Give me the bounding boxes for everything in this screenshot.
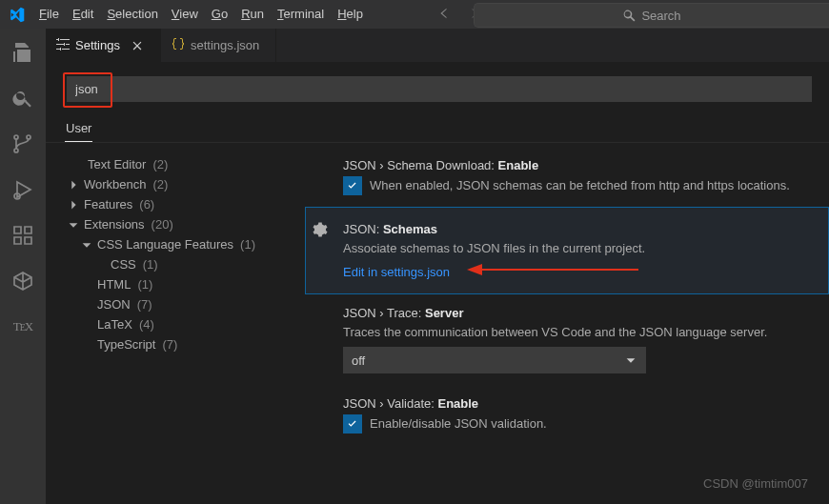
title-search-box[interactable]: Search	[474, 3, 829, 28]
chevron-right-icon	[67, 178, 80, 192]
tab-settings[interactable]: Settings	[46, 29, 161, 62]
chevron-right-icon	[67, 198, 80, 212]
setting-desc: When enabled, JSON schemas can be fetche…	[370, 177, 790, 194]
activity-remote-icon[interactable]	[0, 265, 46, 297]
menu-go[interactable]: Go	[205, 0, 234, 29]
menu-help[interactable]: Help	[331, 0, 370, 29]
checkbox[interactable]	[343, 414, 362, 433]
menu-terminal[interactable]: Terminal	[271, 0, 331, 29]
settings-search-row	[46, 62, 829, 113]
toc-html[interactable]: HTML (1)	[46, 274, 305, 294]
activity-scm-icon[interactable]	[0, 128, 46, 160]
title-bar: File Edit Selection View Go Run Terminal…	[0, 0, 829, 29]
scope-tab-user[interactable]: User	[65, 113, 92, 142]
activity-latex-icon[interactable]: TEX	[0, 311, 46, 343]
menu-selection[interactable]: Selection	[100, 0, 164, 29]
gear-icon[interactable]	[313, 222, 328, 240]
sliders-icon	[55, 36, 71, 54]
select-value: off	[352, 353, 365, 368]
menu-edit[interactable]: Edit	[66, 0, 100, 29]
braces-icon	[171, 36, 186, 54]
setting-desc: Enable/disable JSON validation.	[370, 415, 547, 433]
menu-run[interactable]: Run	[234, 0, 271, 29]
tab-label: settings.json	[191, 38, 259, 52]
activity-search-icon[interactable]	[0, 82, 46, 114]
checkbox[interactable]	[343, 176, 362, 195]
toc-extensions[interactable]: Extensions (20)	[46, 214, 305, 234]
activity-debug-icon[interactable]	[0, 173, 46, 206]
menu-bar: File Edit Selection View Go Run Terminal…	[32, 0, 370, 29]
setting-json-schema-download: JSON › Schema Download: Enable When enab…	[305, 147, 829, 207]
setting-json-trace: JSON › Trace: Server Traces the communic…	[305, 294, 829, 385]
check-icon	[346, 179, 359, 192]
toc-text-editor[interactable]: Text Editor (2)	[46, 154, 305, 174]
setting-title: JSON › Validate: Enable	[343, 396, 810, 411]
settings-search-field[interactable]	[73, 81, 125, 97]
settings-search-input[interactable]	[67, 76, 812, 102]
toc-css[interactable]: CSS (1)	[46, 254, 305, 274]
tab-settings-json[interactable]: settings.json	[161, 29, 276, 62]
editor-tabs: Settings settings.json	[46, 29, 829, 62]
toc-typescript[interactable]: TypeScript (7)	[46, 334, 305, 354]
setting-title: JSON › Trace: Server	[343, 306, 810, 320]
toc-features[interactable]: Features (6)	[46, 194, 305, 214]
settings-details: JSON › Schema Download: Enable When enab…	[305, 143, 829, 504]
title-search-placeholder: Search	[641, 9, 680, 23]
app-logo	[0, 0, 32, 29]
close-icon[interactable]	[130, 38, 145, 53]
menu-view[interactable]: View	[165, 0, 205, 29]
toc-latex[interactable]: LaTeX (4)	[46, 314, 305, 334]
activity-bar: TEX	[0, 29, 46, 504]
toc-json[interactable]: JSON (7)	[46, 294, 305, 314]
toc-workbench[interactable]: Workbench (2)	[46, 174, 305, 194]
setting-desc: Traces the communication between VS Code…	[343, 324, 810, 341]
settings-scope-tabs: User	[46, 113, 829, 143]
trace-select[interactable]: off	[343, 347, 646, 373]
check-icon	[346, 417, 359, 431]
setting-desc: Associate schemas to JSON files in the c…	[343, 240, 810, 257]
toc-css-lang[interactable]: CSS Language Features (1)	[46, 234, 305, 254]
watermark: CSDN @timtim007	[703, 476, 808, 491]
chevron-down-icon	[624, 353, 637, 367]
search-icon	[622, 9, 636, 22]
settings-toc: Text Editor (2) Workbench (2) Features (…	[46, 143, 305, 504]
activity-extensions-icon[interactable]	[0, 219, 46, 252]
activity-explorer-icon[interactable]	[0, 36, 46, 69]
tab-label: Settings	[75, 38, 120, 52]
menu-file[interactable]: File	[32, 0, 66, 29]
setting-json-validate: JSON › Validate: Enable Enable/disable J…	[305, 385, 829, 445]
nav-back-icon[interactable]	[436, 7, 450, 23]
setting-title: JSON › Schema Download: Enable	[343, 158, 810, 172]
edit-in-settings-json-link[interactable]: Edit in settings.json	[343, 265, 450, 279]
setting-title: JSON: Schemas	[343, 222, 810, 236]
chevron-down-icon	[80, 238, 93, 252]
setting-json-schemas[interactable]: JSON: Schemas Associate schemas to JSON …	[305, 207, 829, 294]
chevron-down-icon	[67, 218, 80, 232]
